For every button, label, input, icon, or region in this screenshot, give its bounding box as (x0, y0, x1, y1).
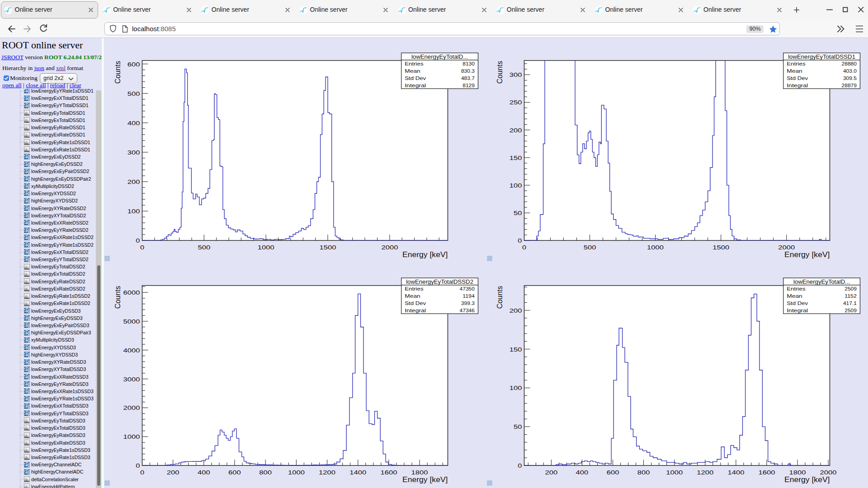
svg-text:lowEnergyEyTotalD...: lowEnergyEyTotalD... (793, 278, 850, 285)
svg-text:600: 600 (127, 61, 140, 68)
svg-text:Energy [keV]: Energy [keV] (402, 251, 448, 258)
svg-text:1500: 1500 (712, 244, 729, 251)
svg-text:0: 0 (136, 462, 140, 469)
svg-text:2000: 2000 (820, 469, 837, 476)
svg-text:309.5: 309.5 (843, 76, 857, 81)
svg-text:Mean: Mean (405, 294, 420, 299)
svg-text:lowEnergyEyTotalD...: lowEnergyEyTotalD... (411, 53, 468, 60)
svg-text:2000: 2000 (123, 404, 140, 411)
svg-text:100: 100 (509, 385, 522, 391)
svg-text:0: 0 (518, 462, 522, 469)
svg-text:1000: 1000 (123, 433, 140, 440)
svg-text:200: 200 (127, 178, 140, 185)
svg-text:1800: 1800 (789, 469, 806, 476)
svg-text:5000: 5000 (123, 318, 140, 325)
svg-text:1000: 1000 (288, 469, 305, 476)
svg-text:250: 250 (509, 99, 522, 106)
svg-text:300: 300 (127, 149, 140, 156)
svg-text:Std Dev: Std Dev (405, 301, 426, 306)
svg-text:Mean: Mean (787, 294, 802, 299)
svg-text:483.7: 483.7 (461, 76, 475, 81)
svg-text:1600: 1600 (380, 469, 397, 476)
svg-text:Entries: Entries (405, 61, 423, 66)
svg-text:500: 500 (127, 90, 140, 97)
svg-text:500: 500 (198, 244, 210, 251)
svg-text:200: 200 (167, 469, 179, 476)
svg-text:150: 150 (509, 155, 522, 161)
svg-text:lowEnergyEyTotalDSSD1: lowEnergyEyTotalDSSD1 (788, 53, 855, 60)
svg-text:Mean: Mean (787, 69, 802, 74)
svg-text:47350: 47350 (460, 286, 475, 291)
svg-text:2509: 2509 (844, 308, 857, 313)
svg-text:1194: 1194 (462, 294, 475, 299)
svg-text:28880: 28880 (842, 61, 857, 66)
svg-text:2000: 2000 (778, 244, 795, 251)
svg-text:Entries: Entries (787, 286, 805, 291)
svg-text:Counts: Counts (114, 286, 122, 309)
svg-text:Entries: Entries (787, 61, 805, 66)
svg-text:0: 0 (522, 244, 526, 251)
svg-text:Std Dev: Std Dev (405, 76, 426, 81)
svg-text:4000: 4000 (123, 347, 140, 354)
svg-text:1000: 1000 (258, 244, 274, 251)
svg-text:Counts: Counts (496, 61, 504, 84)
svg-text:Integral: Integral (405, 83, 426, 88)
svg-text:1000: 1000 (666, 469, 683, 476)
svg-text:403.0: 403.0 (843, 69, 857, 74)
svg-text:2509: 2509 (844, 286, 857, 291)
svg-text:0: 0 (518, 237, 522, 244)
svg-text:Std Dev: Std Dev (787, 301, 808, 306)
svg-text:Entries: Entries (405, 286, 423, 291)
svg-text:100: 100 (509, 182, 522, 189)
svg-text:Integral: Integral (405, 308, 426, 313)
svg-text:0: 0 (136, 237, 140, 244)
svg-text:500: 500 (584, 244, 596, 251)
svg-text:lowEnergyEyTotalDSSD2: lowEnergyEyTotalDSSD2 (406, 278, 473, 285)
svg-text:800: 800 (637, 469, 650, 476)
svg-text:830.3: 830.3 (461, 69, 475, 74)
svg-text:50: 50 (514, 423, 522, 430)
svg-text:Integral: Integral (787, 308, 808, 313)
svg-text:300: 300 (509, 71, 522, 78)
svg-text:200: 200 (545, 469, 558, 476)
svg-text:600: 600 (228, 469, 241, 476)
svg-text:1600: 1600 (758, 469, 775, 476)
svg-text:0: 0 (140, 469, 144, 476)
svg-text:28879: 28879 (842, 83, 857, 88)
svg-text:150: 150 (509, 346, 522, 353)
svg-text:3000: 3000 (123, 376, 140, 383)
svg-text:1152: 1152 (844, 294, 857, 299)
svg-text:Counts: Counts (114, 61, 122, 84)
svg-text:1400: 1400 (727, 469, 744, 476)
svg-text:Energy [keV]: Energy [keV] (784, 251, 830, 258)
svg-text:1500: 1500 (320, 244, 336, 251)
svg-text:800: 800 (259, 469, 272, 476)
svg-text:Mean: Mean (405, 69, 420, 74)
svg-text:417.1: 417.1 (843, 301, 857, 306)
svg-text:Std Dev: Std Dev (787, 76, 808, 81)
svg-text:2000: 2000 (381, 244, 398, 251)
svg-text:0: 0 (140, 244, 144, 251)
svg-text:400: 400 (198, 469, 210, 476)
svg-text:400: 400 (127, 120, 140, 127)
svg-text:50: 50 (514, 210, 522, 216)
svg-text:600: 600 (607, 469, 619, 476)
svg-text:1400: 1400 (349, 469, 366, 476)
svg-text:Integral: Integral (787, 83, 808, 88)
svg-text:47346: 47346 (460, 308, 475, 313)
svg-text:399.3: 399.3 (461, 301, 475, 306)
svg-text:8130: 8130 (462, 61, 475, 66)
svg-text:200: 200 (509, 127, 522, 134)
svg-text:100: 100 (127, 208, 140, 215)
svg-text:8129: 8129 (462, 83, 475, 88)
svg-text:Counts: Counts (496, 286, 504, 309)
svg-text:1200: 1200 (697, 469, 713, 476)
svg-text:Energy [keV]: Energy [keV] (402, 476, 448, 483)
svg-text:6000: 6000 (123, 289, 140, 296)
svg-text:Energy [keV]: Energy [keV] (784, 476, 830, 483)
svg-text:200: 200 (509, 307, 522, 314)
svg-text:1000: 1000 (647, 244, 664, 251)
svg-text:1200: 1200 (319, 469, 335, 476)
svg-text:400: 400 (576, 469, 589, 476)
svg-text:1800: 1800 (411, 469, 428, 476)
